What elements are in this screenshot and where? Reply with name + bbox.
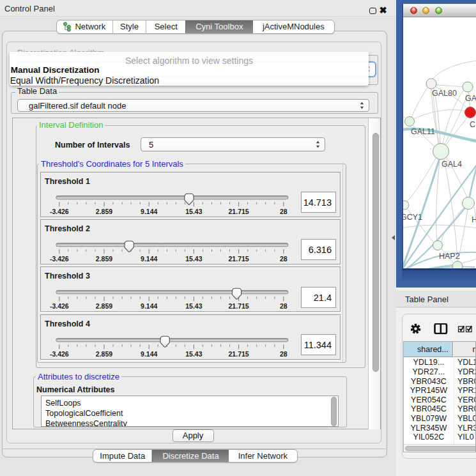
svg-text:GAL4: GAL4 <box>441 160 462 169</box>
svg-text:H: H <box>472 215 476 224</box>
svg-text:-3.426: -3.426 <box>50 302 69 310</box>
svg-text:15.43: 15.43 <box>185 207 202 215</box>
svg-text:-3.426: -3.426 <box>50 255 69 263</box>
svg-text:21.715: 21.715 <box>229 349 249 357</box>
svg-text:15.43: 15.43 <box>185 349 202 357</box>
svg-text:9.144: 9.144 <box>141 207 157 215</box>
svg-text:2.859: 2.859 <box>96 255 112 263</box>
svg-text:28: 28 <box>280 207 288 215</box>
svg-text:Threshold 2: Threshold 2 <box>45 224 90 233</box>
svg-text:HAP2: HAP2 <box>439 252 460 261</box>
svg-text:2.859: 2.859 <box>96 302 112 310</box>
svg-text:21.715: 21.715 <box>229 207 249 215</box>
svg-text:15.43: 15.43 <box>185 302 202 310</box>
svg-text:9.144: 9.144 <box>141 255 157 263</box>
svg-text:9.144: 9.144 <box>141 302 157 310</box>
svg-text:21.715: 21.715 <box>229 255 249 263</box>
svg-text:28: 28 <box>280 255 288 263</box>
svg-text:Threshold 4: Threshold 4 <box>45 319 90 328</box>
svg-text:GCY1: GCY1 <box>403 213 422 222</box>
svg-text:21.715: 21.715 <box>229 302 249 310</box>
svg-text:-3.426: -3.426 <box>50 349 69 357</box>
svg-text:15.43: 15.43 <box>185 255 202 263</box>
svg-text:2.859: 2.859 <box>96 349 112 357</box>
svg-text:28: 28 <box>280 302 288 310</box>
svg-text:GAL11: GAL11 <box>411 127 435 136</box>
svg-text:C: C <box>470 120 475 129</box>
svg-text:28: 28 <box>280 349 288 357</box>
svg-text:9.144: 9.144 <box>141 349 157 357</box>
svg-text:GA: GA <box>465 94 476 103</box>
svg-text:-3.426: -3.426 <box>50 207 69 215</box>
svg-text:GAL80: GAL80 <box>432 89 457 98</box>
svg-text:Threshold 1: Threshold 1 <box>45 177 90 186</box>
svg-text:2.859: 2.859 <box>96 207 112 215</box>
svg-text:Threshold 3: Threshold 3 <box>45 272 90 281</box>
